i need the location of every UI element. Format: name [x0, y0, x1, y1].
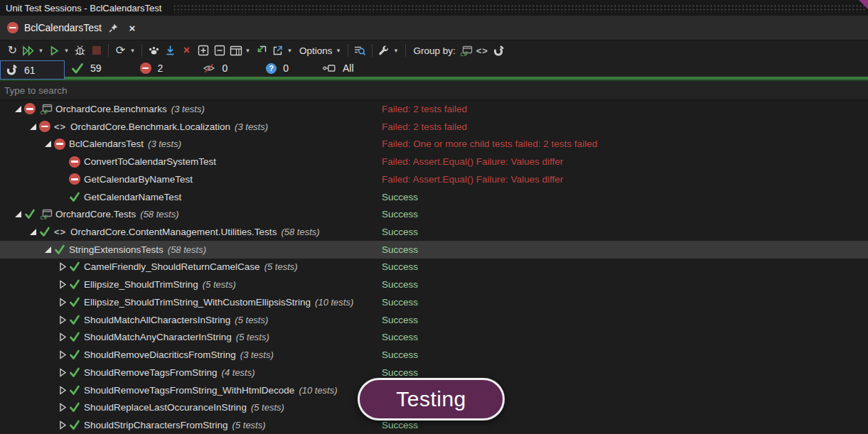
test-name[interactable]: GetCalendarNameTest [84, 192, 181, 202]
expander-closed-icon[interactable] [56, 403, 69, 412]
test-name[interactable]: ShouldMatchAllCharactersInString [84, 315, 230, 325]
test-name[interactable]: ShouldRemoveTagsFromString_WithHtmlDecod… [84, 385, 294, 396]
tree-row[interactable]: ShouldMatchAllCharactersInString(5 tests… [0, 311, 868, 329]
test-name[interactable]: ShouldStripCharactersFromString [84, 420, 228, 430]
filter-search-icon[interactable] [352, 42, 368, 59]
test-name[interactable]: ShouldMatchAnyCharacterInString [84, 332, 232, 342]
tree-row[interactable]: CamelFriendly_ShouldReturnCamelCase(5 te… [0, 259, 868, 276]
expander-closed-icon[interactable] [56, 368, 69, 377]
filter-inconclusive[interactable]: ? 0 [266, 63, 289, 74]
arrow-down-icon[interactable] [162, 42, 178, 59]
columns-dropdown-icon[interactable]: ▾ [244, 42, 253, 59]
run-all-tests-icon[interactable] [21, 42, 37, 59]
import-icon[interactable] [253, 42, 269, 59]
add-square-icon[interactable] [195, 42, 211, 59]
success-check-icon [69, 315, 84, 325]
group-by-namespaces-icon[interactable]: <> [474, 42, 491, 59]
expander-closed-icon[interactable] [56, 280, 69, 289]
svg-text:c#: c# [40, 109, 48, 115]
tree-row[interactable]: GetCalendarNameTestSuccess [0, 188, 868, 206]
columns-grid-icon[interactable] [227, 42, 244, 59]
test-name[interactable]: CamelFriendly_ShouldReturnCamelCase [84, 261, 260, 272]
test-name[interactable]: OrchardCore.Benchmarks [55, 104, 167, 114]
unit-test-sessions-window: Unit Test Sessions - BclCalendarsTest Bc… [0, 0, 868, 434]
toolbar-separator [141, 44, 142, 57]
tree-row[interactable]: StringExtensionsTests(58 tests)Success [0, 241, 868, 259]
test-name[interactable]: Ellipsize_ShouldTrimString_WithCustomEll… [84, 297, 311, 308]
remove-tests-icon[interactable]: × [178, 42, 195, 59]
test-name[interactable]: GetCalendarByNameTest [84, 174, 193, 185]
filter-total-chip[interactable]: 61 [0, 60, 65, 80]
pin-icon[interactable] [107, 21, 120, 34]
close-icon[interactable]: × [126, 21, 139, 34]
run-test-icon[interactable] [46, 42, 63, 59]
expander-closed-icon[interactable] [56, 315, 69, 325]
filter-ignored[interactable]: 0 [203, 63, 227, 74]
tree-row[interactable]: c#OrchardCore.Benchmarks(3 tests)Failed:… [0, 100, 868, 118]
test-name[interactable]: ShouldRemoveDiacriticsFromString [84, 349, 236, 360]
tree-row[interactable]: BclCalendarsTest(3 tests)Failed: One or … [0, 135, 868, 153]
group-by-duration-icon[interactable] [491, 42, 507, 59]
filter-passed[interactable]: 59 [71, 63, 102, 75]
run-dropdown-icon[interactable]: ▾ [63, 42, 72, 59]
expander-open-icon[interactable] [26, 124, 39, 130]
expander-open-icon[interactable] [41, 141, 54, 147]
run-all-dropdown-icon[interactable]: ▾ [37, 42, 46, 59]
expander-open-icon[interactable] [11, 106, 24, 112]
stop-icon[interactable] [88, 42, 105, 59]
titlebar-grip-dots[interactable] [173, 4, 867, 13]
test-name[interactable]: OrchardCore.Tests [55, 209, 136, 219]
expander-closed-icon[interactable] [56, 262, 69, 271]
all-label: All [343, 63, 354, 74]
window-title: Unit Test Sessions - BclCalendarsTest [6, 3, 161, 13]
test-name[interactable]: OrchardCore.Benchmark.Localization [70, 121, 230, 132]
group-by-projects-icon[interactable]: c# [458, 42, 474, 59]
filter-all[interactable]: All [323, 63, 354, 74]
expander-closed-icon[interactable] [56, 421, 69, 430]
test-name[interactable]: OrchardCore.ContentManagement.Utilities.… [70, 227, 277, 237]
expander-open-icon[interactable] [26, 229, 39, 235]
tree-row[interactable]: c#OrchardCore.Tests(58 tests)Success [0, 205, 868, 223]
filter-failed[interactable]: 2 [140, 63, 164, 74]
svg-text:c#: c# [460, 50, 468, 57]
tree-row[interactable]: ShouldMatchAnyCharacterInString(5 tests)… [0, 329, 868, 347]
repeat-run-icon[interactable]: ⟳ [112, 42, 129, 59]
tree-row[interactable]: GetCalendarByNameTestFailed: Assert.Equa… [0, 170, 868, 188]
test-name[interactable]: ConvertToCalendarSystemTest [84, 156, 216, 167]
counts-bar: 61 59 2 0 ? 0 All [0, 60, 868, 76]
tree-row[interactable]: ConvertToCalendarSystemTestFailed: Asser… [0, 153, 868, 170]
debug-bug-icon[interactable] [72, 42, 88, 59]
search-input[interactable] [0, 81, 868, 99]
test-name[interactable]: BclCalendarsTest [69, 139, 144, 149]
minus-square-icon[interactable] [211, 42, 227, 59]
expander-open-icon[interactable] [11, 211, 24, 217]
test-name[interactable]: ShouldRemoveTagsFromString [84, 367, 218, 378]
export-dropdown-icon[interactable]: ▾ [286, 42, 295, 59]
test-name[interactable]: ShouldReplaceLastOccuranceInString [84, 402, 247, 413]
refresh-icon[interactable]: ↻ [4, 42, 21, 59]
options-dropdown-icon[interactable]: ▾ [335, 42, 344, 59]
expander-closed-icon[interactable] [56, 332, 69, 342]
test-name[interactable]: StringExtensionsTests [69, 244, 164, 255]
tab-bclcalendarstest[interactable]: BclCalendarsTest × [0, 16, 147, 40]
test-name[interactable]: Ellipsize_ShouldTrimString [84, 279, 198, 290]
options-button[interactable]: Options [299, 45, 333, 56]
success-check-icon [69, 385, 84, 396]
title-bar: Unit Test Sessions - BclCalendarsTest [0, 0, 868, 16]
expander-closed-icon[interactable] [56, 350, 69, 359]
wrench-icon[interactable] [376, 42, 392, 59]
tree-row[interactable]: Ellipsize_ShouldTrimString_WithCustomEll… [0, 293, 868, 311]
expander-closed-icon[interactable] [56, 298, 69, 307]
tree-row[interactable]: <>OrchardCore.Benchmark.Localization(3 t… [0, 118, 868, 136]
paw-icon[interactable] [146, 42, 162, 59]
project-icon: c# [39, 208, 55, 220]
tree-row[interactable]: <>OrchardCore.ContentManagement.Utilitie… [0, 223, 868, 241]
tree-row[interactable]: ShouldRemoveDiacriticsFromString(3 tests… [0, 346, 868, 364]
expander-closed-icon[interactable] [56, 386, 69, 395]
repeat-run-dropdown-icon[interactable]: ▾ [129, 42, 138, 59]
wrench-dropdown-icon[interactable]: ▾ [392, 42, 402, 59]
expander-open-icon[interactable] [41, 246, 54, 253]
toolbar-separator [405, 44, 406, 57]
export-icon[interactable] [269, 42, 286, 59]
tree-row[interactable]: Ellipsize_ShouldTrimString(5 tests)Succe… [0, 276, 868, 293]
